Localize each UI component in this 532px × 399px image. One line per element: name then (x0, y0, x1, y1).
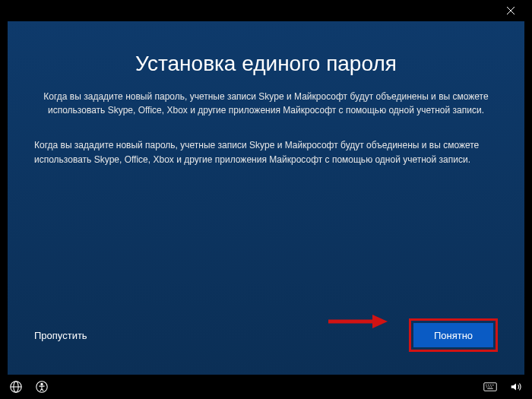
highlight-box: Понятно (409, 318, 498, 352)
volume-button[interactable] (509, 380, 523, 394)
taskbar (0, 375, 532, 399)
page-subheading: Когда вы зададите новый пароль, учетные … (30, 90, 502, 117)
primary-button[interactable]: Понятно (413, 323, 493, 347)
skip-button[interactable]: Пропустить (34, 330, 87, 341)
keyboard-icon (483, 380, 497, 394)
svg-point-8 (41, 383, 43, 385)
accessibility-icon (35, 380, 49, 394)
page-title: Установка единого пароля (30, 52, 502, 76)
close-button[interactable] (496, 0, 526, 21)
volume-icon (509, 380, 523, 394)
action-row: Пропустить Понятно (30, 318, 502, 359)
page-body: Когда вы зададите новый пароль, учетные … (30, 138, 502, 167)
language-button[interactable] (9, 380, 23, 394)
svg-rect-9 (484, 383, 497, 391)
setup-panel: Установка единого пароля Когда вы задади… (8, 21, 524, 375)
globe-icon (9, 380, 23, 394)
close-icon (506, 6, 515, 15)
accessibility-button[interactable] (35, 380, 49, 394)
titlebar (0, 0, 532, 21)
keyboard-button[interactable] (483, 380, 497, 394)
